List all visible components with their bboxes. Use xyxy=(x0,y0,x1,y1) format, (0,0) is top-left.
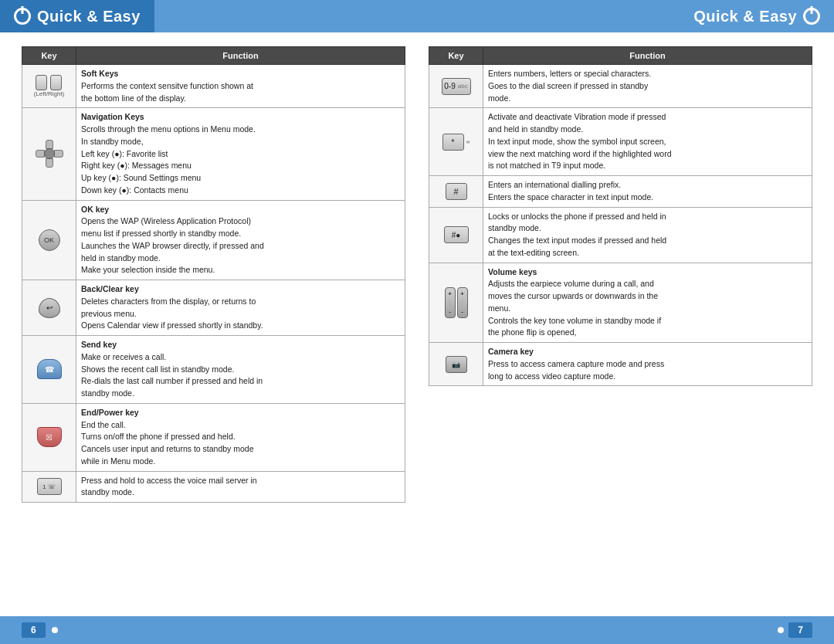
key-cell: ☎ xyxy=(22,336,76,404)
table-row: #● Locks or unlocks the phone if pressed… xyxy=(429,207,812,263)
page-number-right: 7 xyxy=(788,622,812,638)
table-row: * ∞ Activate and deactivate Vibration mo… xyxy=(429,108,812,176)
content-area: Key Function (Left/Ri xyxy=(0,32,834,616)
star-key-icon: * xyxy=(442,134,464,151)
footer-right: 7 xyxy=(778,622,812,638)
function-cell: Locks or unlocks the phone if pressed an… xyxy=(483,207,812,263)
back-key-icon: ↩ xyxy=(39,298,60,318)
end-key-icon: ☒ xyxy=(37,427,62,447)
table-row: ☒ End/Power key End the call. Turns on/o… xyxy=(22,403,405,471)
function-cell: Send key Make or receives a call. Shows … xyxy=(76,336,405,404)
footer-bar: 6 7 xyxy=(0,616,834,644)
table-row: 1 ☏ Press and hold to access the voice m… xyxy=(22,471,405,503)
function-cell: Activate and deactivate Vibration mode i… xyxy=(483,108,812,176)
page: Quick & Easy Quick & Easy Key Function xyxy=(0,0,834,644)
key-cell xyxy=(22,108,76,200)
camera-key-icon: 📷 xyxy=(446,356,467,373)
key-cell: 📷 xyxy=(429,343,483,386)
power-icon-right xyxy=(803,8,820,25)
page-number-left: 6 xyxy=(22,622,46,638)
softkeys-img xyxy=(36,75,62,90)
right-col2-header: Function xyxy=(483,47,812,65)
table-row: OK OK key Opens the WAP (Wireless Applic… xyxy=(22,200,405,280)
header-bar: Quick & Easy Quick & Easy xyxy=(0,0,834,32)
function-cell: Navigation Keys Scrolls through the menu… xyxy=(76,108,405,200)
table-row: 📷 Camera key Press to access camera capt… xyxy=(429,343,812,386)
key-cell: * ∞ xyxy=(429,108,483,176)
header-left: Quick & Easy xyxy=(0,0,154,32)
header-title-left: Quick & Easy xyxy=(37,8,141,25)
key-cell: #● xyxy=(429,207,483,263)
key-cell: 0-9 abc xyxy=(429,65,483,108)
function-cell: End/Power key End the call. Turns on/off… xyxy=(76,403,405,471)
key-cell: ☒ xyxy=(22,403,76,471)
left-table-section: Key Function (Left/Ri xyxy=(22,46,405,602)
nav-key-icon xyxy=(36,140,63,168)
table-row: 0-9 abc Enters numbers, letters or speci… xyxy=(429,65,812,108)
table-row: ↩ Back/Clear key Deletes characters from… xyxy=(22,280,405,336)
key-cell: 1 ☏ xyxy=(22,471,76,503)
key-cell: ↩ xyxy=(22,280,76,336)
table-row: # Enters an international dialling prefi… xyxy=(429,176,812,208)
function-cell: Back/Clear key Deletes characters from t… xyxy=(76,280,405,336)
left-col1-header: Key xyxy=(22,47,76,65)
right-col1-header: Key xyxy=(429,47,483,65)
key-cell: (Left/Right) xyxy=(22,65,76,108)
function-cell: Soft Keys Performs the context sensitve … xyxy=(76,65,405,108)
table-row: ☎ Send key Make or receives a call. Show… xyxy=(22,336,405,404)
volume-key-icon: + - + - xyxy=(445,287,468,318)
key-cell: + - + - xyxy=(429,263,483,343)
function-cell: Enters an international dialling prefix.… xyxy=(483,176,812,208)
power-icon-left xyxy=(14,8,31,25)
softkeys-icon: (Left/Right) xyxy=(34,75,65,97)
function-cell: Press and hold to access the voice mail … xyxy=(76,471,405,503)
header-right: Quick & Easy xyxy=(154,0,834,32)
left-table: Key Function (Left/Ri xyxy=(22,46,405,503)
function-cell: Volume keys Adjusts the earpiece volume … xyxy=(483,263,812,343)
left-col2-header: Function xyxy=(76,47,405,65)
function-cell: Enters numbers, letters or special chara… xyxy=(483,65,812,108)
table-row: (Left/Right) Soft Keys Performs the cont… xyxy=(22,65,405,108)
header-title-right: Quick & Easy xyxy=(693,8,797,25)
hash-key-icon: # xyxy=(446,183,467,200)
lock-key-icon: #● xyxy=(444,226,469,243)
key-cell: # xyxy=(429,176,483,208)
function-cell: OK key Opens the WAP (Wireless Applicati… xyxy=(76,200,405,280)
ok-key-icon: OK xyxy=(39,229,60,251)
key-cell: OK xyxy=(22,200,76,280)
table-row: + - + - xyxy=(429,263,812,343)
footer-dot-left xyxy=(52,627,58,633)
right-table: Key Function 0-9 abc xyxy=(429,46,812,386)
num-key-icon: 0-9 abc xyxy=(442,78,471,95)
voicemail-key-icon: 1 ☏ xyxy=(37,478,62,495)
right-table-section: Key Function 0-9 abc xyxy=(429,46,812,602)
footer-dot-right xyxy=(778,627,784,633)
send-key-icon: ☎ xyxy=(37,359,62,379)
function-cell: Camera key Press to access camera captur… xyxy=(483,343,812,386)
table-row: Navigation Keys Scrolls through the menu… xyxy=(22,108,405,200)
